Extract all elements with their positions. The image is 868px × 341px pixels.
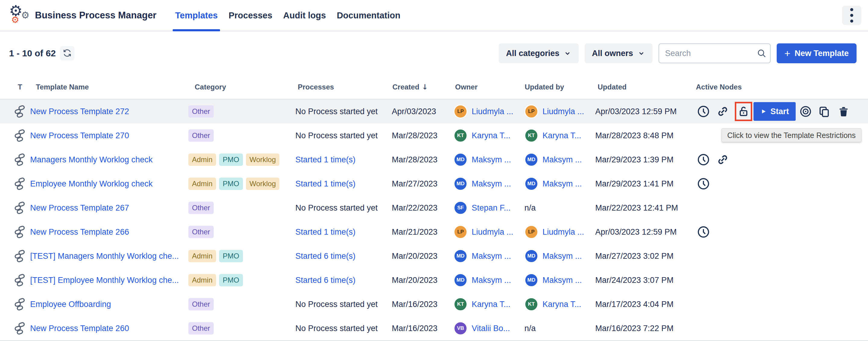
tab-audit-logs[interactable]: Audit logs <box>283 0 326 31</box>
view-template-icon[interactable] <box>799 105 812 118</box>
start-button[interactable]: Start <box>753 102 796 121</box>
template-name-link[interactable]: [TEST] Employee Monthly Worklog che... <box>30 276 179 285</box>
user-link[interactable]: Maksym ... <box>472 179 511 189</box>
user-link[interactable]: Maksym ... <box>542 251 582 261</box>
owner-cell: LPLiudmyla ... <box>454 105 513 118</box>
process-type-icon <box>13 129 26 142</box>
user-link[interactable]: Karyna T... <box>472 131 510 140</box>
updated-by-cell: n/a <box>524 324 536 333</box>
new-template-button[interactable]: + New Template <box>777 43 857 63</box>
tab-templates[interactable]: Templates <box>175 0 218 31</box>
categories-filter-dropdown[interactable]: All categories <box>499 43 579 63</box>
user-link[interactable]: Maksym ... <box>542 179 582 189</box>
user-link[interactable]: Maksym ... <box>472 251 511 261</box>
category-badge: Other <box>188 105 214 118</box>
column-header-template-name: Template Name <box>36 83 89 91</box>
user-link[interactable]: Maksym ... <box>472 276 511 285</box>
template-name-link[interactable]: Employee Offboarding <box>30 300 111 309</box>
processes-cell: No Process started yet <box>296 324 378 333</box>
processes-cell: No Process started yet <box>296 300 378 309</box>
active-nodes-cell <box>697 177 710 191</box>
processes-cell[interactable]: Started 1 time(s) <box>296 179 355 189</box>
user-link[interactable]: Liudmyla ... <box>542 107 584 116</box>
user-avatar: MD <box>454 177 467 191</box>
table-row: [TEST] Employee Monthly Worklog che... A… <box>0 268 868 292</box>
category-badges: Other <box>188 298 214 311</box>
updated-date: Mar/29/2023 1:41 PM <box>595 179 674 189</box>
processes-cell[interactable]: Started 6 time(s) <box>296 276 355 285</box>
processes-cell: No Process started yet <box>296 203 378 213</box>
updated-date: Mar/22/2023 12:41 PM <box>595 203 678 213</box>
user-avatar: MD <box>454 249 467 263</box>
process-type-icon <box>13 298 26 311</box>
process-type-icon <box>13 274 26 286</box>
updated-date: Mar/29/2023 1:39 PM <box>595 155 674 165</box>
owner-cell: VBVitalii Bo... <box>454 321 510 335</box>
app-header: ⚙ ⚙ ⚙ Business Process Manager Templates… <box>0 0 868 31</box>
table-row: New Process Template 266 Other Started 1… <box>0 220 868 244</box>
tab-documentation[interactable]: Documentation <box>337 0 400 31</box>
link-node-icon[interactable] <box>716 153 730 166</box>
template-name-link[interactable]: New Process Template 267 <box>30 203 129 213</box>
column-header-created[interactable]: Created↓ <box>393 83 428 91</box>
category-badge: Worklog <box>246 154 280 166</box>
category-badge: Admin <box>188 274 216 286</box>
user-link[interactable]: Liudmyla ... <box>472 228 513 237</box>
user-link[interactable]: Maksym ... <box>542 155 582 165</box>
category-badges: Other <box>188 226 214 238</box>
process-type-icon <box>13 177 26 190</box>
column-header-active-nodes: Active Nodes <box>696 83 742 91</box>
kebab-menu-button[interactable] <box>842 6 861 25</box>
unlock-icon[interactable] <box>738 105 749 117</box>
search-input[interactable] <box>658 43 771 63</box>
category-badge: Other <box>188 130 214 142</box>
user-link[interactable]: Maksym ... <box>472 155 511 165</box>
user-link[interactable]: Karyna T... <box>542 300 581 309</box>
column-header-t: T <box>18 83 22 91</box>
template-name-link[interactable]: Managers Monthly Worklog check <box>30 155 153 165</box>
template-name-link[interactable]: New Process Template 272 <box>30 107 129 116</box>
processes-cell[interactable]: Started 1 time(s) <box>296 155 355 165</box>
toolbar: 1 - 10 of 62 All categories All owners +… <box>0 31 868 75</box>
owner-cell: KTKaryna T... <box>454 297 510 311</box>
processes-cell[interactable]: Started 6 time(s) <box>296 251 355 261</box>
search-icon <box>757 48 767 58</box>
user-link[interactable]: Liudmyla ... <box>542 228 584 237</box>
process-type-icon <box>13 105 26 118</box>
clock-node-icon[interactable] <box>697 105 710 118</box>
link-node-icon[interactable] <box>716 105 730 118</box>
updated-date: Apr/03/2023 12:59 PM <box>595 228 677 237</box>
template-name-link[interactable]: New Process Template 260 <box>30 324 129 333</box>
refresh-icon <box>62 48 72 59</box>
chevron-down-icon <box>564 49 571 57</box>
category-badges: Other <box>188 322 214 335</box>
owners-filter-label: All owners <box>592 49 633 58</box>
user-link[interactable]: Karyna T... <box>542 131 581 140</box>
updated-date: Mar/27/2023 3:02 PM <box>595 251 674 261</box>
template-name-link[interactable]: [TEST] Managers Monthly Worklog che... <box>30 251 179 261</box>
template-name-link[interactable]: New Process Template 270 <box>30 131 129 140</box>
clock-node-icon[interactable] <box>697 177 710 191</box>
updated-by-cell: n/a <box>524 203 536 213</box>
kebab-dot-icon <box>850 20 853 23</box>
template-name-link[interactable]: New Process Template 266 <box>30 228 129 237</box>
created-date: Mar/27/2023 <box>392 179 438 189</box>
delete-template-icon[interactable] <box>837 105 850 118</box>
tab-processes[interactable]: Processes <box>228 0 272 31</box>
category-badges: AdminPMO <box>188 250 243 262</box>
category-badges: Other <box>188 130 214 142</box>
user-link[interactable]: Maksym ... <box>542 276 582 285</box>
owners-filter-dropdown[interactable]: All owners <box>585 43 652 63</box>
processes-cell[interactable]: Started 1 time(s) <box>296 228 355 237</box>
template-name-link[interactable]: Employee Monthly Worklog check <box>30 179 153 189</box>
user-link[interactable]: Liudmyla ... <box>472 107 513 116</box>
user-link[interactable]: Stepan F... <box>472 203 510 213</box>
user-link[interactable]: Vitalii Bo... <box>472 324 510 333</box>
clock-node-icon[interactable] <box>697 225 710 239</box>
refresh-button[interactable] <box>60 46 74 61</box>
category-badges: Other <box>188 202 214 214</box>
clock-node-icon[interactable] <box>697 153 710 166</box>
user-link[interactable]: Karyna T... <box>472 300 510 309</box>
created-date: Mar/28/2023 <box>392 155 438 165</box>
copy-template-icon[interactable] <box>818 105 831 118</box>
